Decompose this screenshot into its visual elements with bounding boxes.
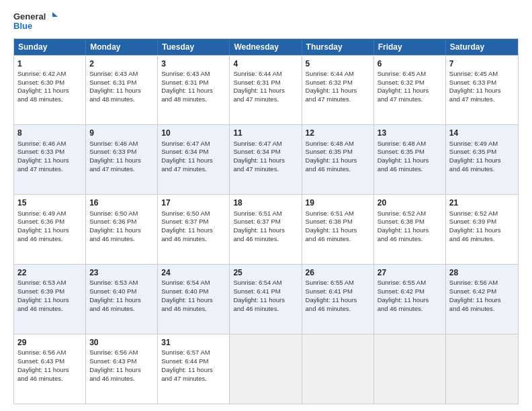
day-number: 12 [306, 128, 370, 138]
day-info: Sunset: 6:43 PM [17, 357, 82, 366]
day-info: Daylight: 11 hours [233, 156, 298, 165]
day-info: Sunset: 6:42 PM [378, 287, 442, 296]
day-info: Sunrise: 6:55 AM [306, 279, 370, 287]
day-number: 27 [378, 267, 442, 278]
day-info: Sunrise: 6:43 AM [161, 70, 226, 79]
day-info: Sunset: 6:35 PM [378, 148, 442, 156]
day-info: Daylight: 11 hours [306, 87, 370, 95]
day-info: Sunrise: 6:44 AM [306, 70, 370, 79]
logo-blue: Blue [13, 21, 58, 31]
day-info: Daylight: 11 hours [378, 296, 442, 305]
day-info: and 47 minutes. [161, 375, 226, 383]
day-info: Daylight: 11 hours [449, 156, 515, 165]
day-info: Sunrise: 6:45 AM [378, 70, 442, 79]
page: General Blue SundayMondayTuesdayWednesda… [0, 0, 532, 411]
day-info: Sunrise: 6:47 AM [233, 140, 298, 148]
calendar-cell: 7Sunrise: 6:45 AMSunset: 6:33 PMDaylight… [446, 56, 518, 125]
day-info: Daylight: 11 hours [89, 366, 154, 375]
day-info: Sunset: 6:33 PM [17, 148, 82, 156]
day-info: Sunrise: 6:49 AM [449, 140, 515, 148]
day-info: Sunrise: 6:48 AM [378, 140, 442, 148]
day-info: Sunset: 6:33 PM [89, 148, 154, 156]
calendar-week: 1Sunrise: 6:42 AMSunset: 6:30 PMDaylight… [14, 55, 518, 125]
day-info: Daylight: 11 hours [89, 156, 154, 165]
calendar-cell: 1Sunrise: 6:42 AMSunset: 6:30 PMDaylight… [14, 56, 86, 125]
day-info: Sunset: 6:40 PM [161, 287, 226, 296]
day-info: Sunrise: 6:53 AM [89, 279, 154, 287]
day-info: Sunset: 6:35 PM [306, 148, 370, 156]
day-info: and 47 minutes. [378, 95, 442, 104]
day-info: Sunrise: 6:49 AM [17, 210, 82, 218]
day-info: and 46 minutes. [306, 305, 370, 314]
day-info: Daylight: 11 hours [449, 226, 515, 235]
day-info: Sunset: 6:31 PM [161, 79, 226, 87]
calendar-header-day: Monday [86, 39, 158, 55]
day-info: Sunset: 6:34 PM [233, 148, 298, 156]
day-info: and 47 minutes. [89, 165, 154, 174]
calendar-cell: 8Sunrise: 6:46 AMSunset: 6:33 PMDaylight… [14, 125, 86, 194]
calendar-header-day: Tuesday [158, 39, 230, 55]
day-info: Daylight: 11 hours [161, 366, 226, 375]
day-info: Daylight: 11 hours [161, 296, 226, 305]
day-number: 28 [449, 267, 515, 278]
day-info: and 46 minutes. [161, 305, 226, 314]
calendar-header-day: Wednesday [230, 39, 302, 55]
day-number: 22 [17, 267, 82, 278]
day-info: Sunrise: 6:56 AM [89, 349, 154, 357]
svg-marker-0 [52, 12, 58, 17]
day-info: Daylight: 11 hours [378, 87, 442, 95]
day-info: Sunset: 6:36 PM [17, 218, 82, 226]
day-info: Daylight: 11 hours [89, 87, 154, 95]
logo-general: General [13, 12, 46, 21]
calendar-cell: 3Sunrise: 6:43 AMSunset: 6:31 PMDaylight… [158, 56, 230, 125]
day-number: 26 [306, 267, 370, 278]
day-info: Sunrise: 6:50 AM [89, 210, 154, 218]
day-info: Sunset: 6:37 PM [233, 218, 298, 226]
day-info: Sunrise: 6:50 AM [161, 210, 226, 218]
day-number: 4 [233, 58, 298, 69]
day-info: and 46 minutes. [89, 235, 154, 244]
day-info: Sunset: 6:44 PM [161, 357, 226, 366]
day-number: 31 [161, 337, 226, 348]
day-info: Sunrise: 6:46 AM [89, 140, 154, 148]
day-info: Sunrise: 6:56 AM [17, 349, 82, 357]
day-info: Sunrise: 6:57 AM [161, 349, 226, 357]
calendar-cell: 25Sunrise: 6:54 AMSunset: 6:41 PMDayligh… [230, 265, 302, 334]
day-info: Daylight: 11 hours [306, 156, 370, 165]
calendar-cell: 20Sunrise: 6:52 AMSunset: 6:38 PMDayligh… [374, 195, 446, 264]
day-number: 15 [17, 197, 82, 208]
day-info: Sunset: 6:36 PM [89, 218, 154, 226]
day-info: Sunrise: 6:51 AM [233, 210, 298, 218]
calendar-body: 1Sunrise: 6:42 AMSunset: 6:30 PMDaylight… [14, 55, 518, 404]
day-number: 3 [161, 58, 226, 69]
day-number: 16 [89, 197, 154, 208]
day-info: Sunrise: 6:56 AM [449, 279, 515, 287]
calendar-cell: 5Sunrise: 6:44 AMSunset: 6:32 PMDaylight… [302, 56, 374, 125]
day-info: and 47 minutes. [449, 95, 515, 104]
calendar-header: SundayMondayTuesdayWednesdayThursdayFrid… [14, 39, 518, 55]
day-number: 1 [17, 58, 82, 69]
day-number: 8 [17, 128, 82, 138]
calendar-cell: 30Sunrise: 6:56 AMSunset: 6:43 PMDayligh… [86, 334, 158, 404]
calendar-week: 29Sunrise: 6:56 AMSunset: 6:43 PMDayligh… [14, 334, 518, 404]
day-info: Daylight: 11 hours [306, 226, 370, 235]
day-info: and 47 minutes. [233, 95, 298, 104]
day-info: Sunset: 6:41 PM [233, 287, 298, 296]
calendar-cell: 22Sunrise: 6:53 AMSunset: 6:39 PMDayligh… [14, 265, 86, 334]
day-info: Daylight: 11 hours [449, 296, 515, 305]
day-info: Sunrise: 6:47 AM [161, 140, 226, 148]
calendar-cell: 21Sunrise: 6:52 AMSunset: 6:39 PMDayligh… [446, 195, 518, 264]
day-number: 23 [89, 267, 154, 278]
day-info: Daylight: 11 hours [233, 296, 298, 305]
day-info: and 46 minutes. [233, 235, 298, 244]
day-info: and 46 minutes. [89, 305, 154, 314]
day-info: Sunset: 6:41 PM [306, 287, 370, 296]
logo: General Blue [13, 12, 58, 32]
day-info: Sunset: 6:37 PM [161, 218, 226, 226]
calendar-cell: 19Sunrise: 6:51 AMSunset: 6:38 PMDayligh… [302, 195, 374, 264]
day-info: and 46 minutes. [378, 235, 442, 244]
day-info: Daylight: 11 hours [89, 226, 154, 235]
calendar-cell: 27Sunrise: 6:55 AMSunset: 6:42 PMDayligh… [374, 265, 446, 334]
day-info: Sunrise: 6:44 AM [233, 70, 298, 79]
day-info: Sunset: 6:33 PM [449, 79, 515, 87]
